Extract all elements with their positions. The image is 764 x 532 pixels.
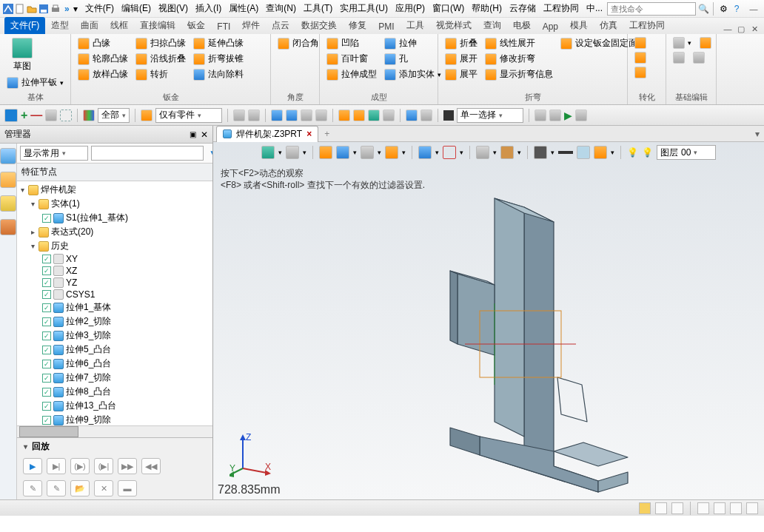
- rewind-ff-button[interactable]: ▶▶: [118, 458, 137, 474]
- extend-flange-button[interactable]: 延伸凸缘: [191, 36, 246, 50]
- linear-unfold-button[interactable]: 线性展开: [483, 36, 555, 50]
- status-icon[interactable]: [746, 502, 758, 514]
- contour-flange-button[interactable]: 轮廓凸缘: [76, 52, 130, 66]
- sketch-button[interactable]: 草图: [4, 36, 40, 74]
- tb-icon-nav3[interactable]: [575, 110, 587, 121]
- select-mode-combo[interactable]: 单一选择▾: [457, 108, 523, 123]
- rewind-open-button[interactable]: 📂: [70, 480, 90, 496]
- new-file-icon[interactable]: [15, 3, 25, 15]
- remove-icon[interactable]: —: [30, 109, 42, 122]
- vt-icon[interactable]: [336, 146, 349, 159]
- canvas[interactable]: 按下<F2>动态的观察 <F8> 或者<Shift-roll> 查找下一个有效的…: [213, 163, 764, 499]
- tab-surface[interactable]: 曲面: [75, 17, 104, 34]
- flange-button[interactable]: 凸缘: [76, 36, 130, 50]
- tab-sheetmetal[interactable]: 钣金: [181, 17, 211, 34]
- part-icon[interactable]: [141, 110, 153, 121]
- fold-button[interactable]: 折叠: [443, 36, 480, 50]
- menu-app[interactable]: 应用(P): [392, 1, 428, 16]
- menu-window[interactable]: 窗口(W): [429, 1, 467, 16]
- menu-edit[interactable]: 编辑(E): [118, 1, 154, 16]
- show-bend-info-button[interactable]: 显示折弯信息: [483, 67, 555, 81]
- checkbox-icon[interactable]: [42, 214, 51, 223]
- tab-collab2[interactable]: 工程协同: [623, 17, 671, 34]
- rewind-back-button[interactable]: ◀◀: [141, 458, 161, 474]
- mgr-tab-layers-icon[interactable]: [0, 172, 16, 188]
- tb-icon-b[interactable]: [248, 110, 260, 121]
- filter-combo-1[interactable]: 全部▾: [98, 108, 130, 123]
- tab-visualstyle[interactable]: 视觉样式: [430, 17, 478, 34]
- qat-dropdown-icon[interactable]: ▾: [73, 3, 78, 15]
- menu-attrib[interactable]: 属性(A): [226, 1, 261, 16]
- play-icon[interactable]: ▶: [564, 110, 572, 121]
- menu-tools[interactable]: 工具(T): [301, 1, 335, 16]
- mgr-tab-feature-icon[interactable]: [0, 148, 16, 164]
- tab-pmi[interactable]: PMI: [372, 19, 400, 34]
- help-icon[interactable]: ?: [731, 3, 743, 15]
- tree-feature[interactable]: 拉伸5_凸台: [66, 343, 111, 356]
- tab-electrode[interactable]: 电极: [507, 17, 537, 34]
- normal-cut-button[interactable]: 法向除料: [191, 67, 246, 81]
- tb-icon-nav1[interactable]: [535, 110, 546, 121]
- tree-feature[interactable]: 拉伸6_凸台: [66, 357, 111, 370]
- louver-button[interactable]: 百叶窗: [324, 52, 379, 66]
- pointer-icon[interactable]: [4, 109, 18, 122]
- vt-icon[interactable]: [443, 146, 456, 159]
- close-tab-icon[interactable]: ×: [306, 129, 312, 139]
- tb-icon-k[interactable]: [406, 110, 418, 121]
- tab-weld[interactable]: 焊件: [236, 17, 266, 34]
- tree-feature[interactable]: 拉伸8_凸台: [66, 385, 111, 398]
- tab-file[interactable]: 文件(F): [4, 17, 45, 34]
- tab-repair[interactable]: 修复: [343, 17, 372, 34]
- vt-icon[interactable]: [319, 146, 332, 159]
- extrude-flat-button[interactable]: 拉伸平钣▾: [4, 75, 66, 90]
- tree-feature[interactable]: 拉伸13_凸台: [66, 400, 116, 412]
- palette-icon[interactable]: [83, 110, 95, 121]
- tab-wireframe[interactable]: 线框: [104, 17, 134, 34]
- mgr-tab-views-icon[interactable]: [0, 195, 16, 212]
- tab-pointcloud[interactable]: 点云: [266, 17, 295, 34]
- flatten-button[interactable]: 展平: [443, 67, 480, 81]
- rewind-delete-button[interactable]: ✕: [94, 480, 113, 496]
- status-icon[interactable]: [730, 502, 742, 514]
- color-swatch[interactable]: [443, 110, 454, 121]
- tree-scrollbar[interactable]: [17, 425, 212, 437]
- rewind-edit2-button[interactable]: ✎: [47, 480, 66, 496]
- tree-feature[interactable]: 拉伸1_基体: [66, 301, 111, 314]
- layer-combo[interactable]: 图层00▾: [657, 145, 716, 160]
- ribbon-max-button[interactable]: ▢: [736, 24, 746, 34]
- tb-icon-a[interactable]: [233, 110, 245, 121]
- filter-icon[interactable]: ▼: [207, 148, 212, 158]
- command-search-input[interactable]: [607, 2, 696, 16]
- filter-combo-2[interactable]: 仅有零件▾: [155, 108, 222, 123]
- vt-icon[interactable]: [418, 146, 432, 159]
- rewind-step-button[interactable]: (▶): [70, 458, 90, 474]
- manager-close-icon[interactable]: ✕: [201, 129, 208, 140]
- ribbon-min-button[interactable]: —: [723, 24, 733, 34]
- base-edit-icon1[interactable]: ▾: [671, 36, 714, 50]
- vt-icon[interactable]: [577, 146, 590, 159]
- tb-icon-g[interactable]: [338, 110, 350, 121]
- tree-history-folder[interactable]: 历史: [51, 240, 69, 252]
- vt-icon[interactable]: [594, 146, 607, 159]
- tab-query2[interactable]: 查询: [478, 17, 507, 34]
- tree-entity-folder[interactable]: 实体(1): [51, 198, 80, 210]
- tab-model[interactable]: 造型: [45, 17, 75, 34]
- menu-utilities[interactable]: 实用工具(U): [337, 1, 391, 16]
- tab-simulate[interactable]: 仿真: [594, 17, 623, 34]
- print-icon[interactable]: [50, 3, 61, 15]
- new-tab-button[interactable]: +: [318, 129, 335, 139]
- mgr-tab-user-icon[interactable]: [0, 219, 16, 235]
- tree-plane-xz[interactable]: XZ: [66, 266, 77, 276]
- rewind-next-button[interactable]: ▶|: [47, 458, 66, 474]
- gear-icon[interactable]: ⚙: [717, 3, 729, 15]
- menu-query[interactable]: 查询(N): [263, 1, 299, 16]
- vt-icon[interactable]: [500, 146, 514, 159]
- search-icon[interactable]: 🔍: [697, 3, 709, 15]
- bulb-off-icon[interactable]: 💡: [642, 147, 653, 158]
- part-model[interactable]: [406, 185, 657, 496]
- bulb-on-icon[interactable]: 💡: [627, 147, 638, 158]
- tree-root[interactable]: 焊件机架: [41, 183, 76, 196]
- add-solid-button[interactable]: 添加实体▾: [382, 67, 443, 81]
- menu-cloud[interactable]: 云存储: [506, 1, 539, 16]
- rewind-stepend-button[interactable]: (▶|: [94, 458, 113, 474]
